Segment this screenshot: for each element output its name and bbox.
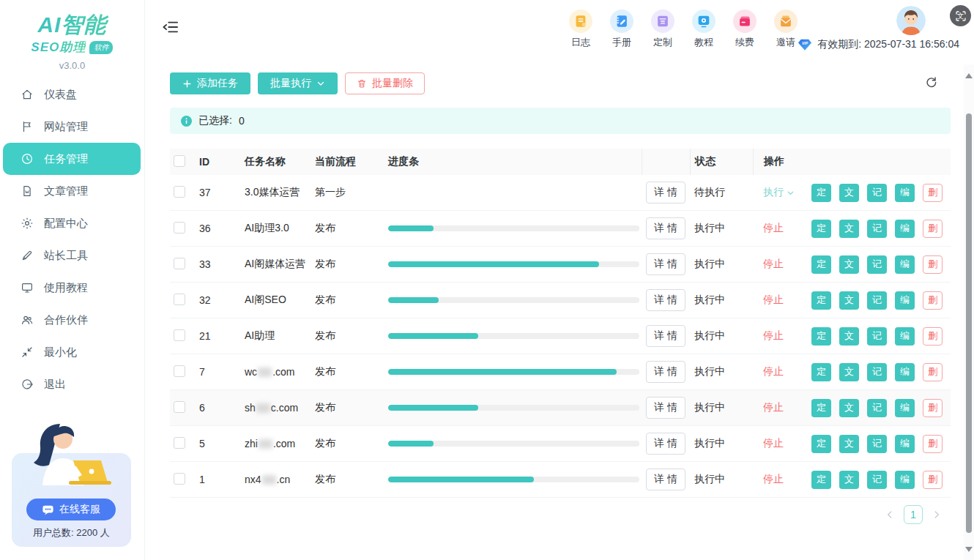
scrollbar-thumb[interactable] xyxy=(966,113,972,533)
select-all-checkbox[interactable] xyxy=(174,155,185,167)
shortcut-renew[interactable]: 续费 xyxy=(732,10,758,49)
stop-link[interactable]: 停止 xyxy=(763,437,801,450)
page-number[interactable]: 1 xyxy=(904,505,923,524)
action-schedule-button[interactable]: 定 xyxy=(811,399,831,417)
batch-delete-button[interactable]: 批量删除 xyxy=(345,72,425,94)
row-checkbox[interactable] xyxy=(174,329,185,341)
action-schedule-button[interactable]: 定 xyxy=(811,184,831,202)
detail-button[interactable]: 详 情 xyxy=(646,397,685,419)
add-task-button[interactable]: 添加任务 xyxy=(170,72,250,94)
collapse-sidebar-icon[interactable] xyxy=(163,20,179,34)
action-edit-button[interactable]: 编 xyxy=(895,255,915,274)
row-checkbox[interactable] xyxy=(174,401,185,413)
sidebar-item-doc[interactable]: 文章管理 xyxy=(0,175,144,207)
sidebar-item-gear[interactable]: 配置中心 xyxy=(0,207,144,239)
action-article-button[interactable]: 文 xyxy=(839,291,859,310)
action-delete-button[interactable]: 删 xyxy=(923,291,943,310)
action-article-button[interactable]: 文 xyxy=(839,471,859,489)
action-edit-button[interactable]: 编 xyxy=(895,220,915,238)
action-article-button[interactable]: 文 xyxy=(839,399,859,417)
action-article-button[interactable]: 文 xyxy=(839,255,859,274)
action-edit-button[interactable]: 编 xyxy=(895,471,915,489)
sidebar-item-logout[interactable]: 退出 xyxy=(0,368,144,400)
action-article-button[interactable]: 文 xyxy=(839,435,859,453)
stop-link[interactable]: 停止 xyxy=(763,294,801,307)
shortcut-manual[interactable]: 手册 xyxy=(609,10,635,49)
action-edit-button[interactable]: 编 xyxy=(895,399,915,417)
detail-button[interactable]: 详 情 xyxy=(646,433,685,455)
action-edit-button[interactable]: 编 xyxy=(895,435,915,453)
row-checkbox[interactable] xyxy=(174,437,185,449)
sidebar-item-tool[interactable]: 站长工具 xyxy=(0,239,144,272)
run-link[interactable]: 执行 xyxy=(763,186,801,199)
action-record-button[interactable]: 记 xyxy=(867,327,887,346)
stop-link[interactable]: 停止 xyxy=(763,222,801,235)
action-delete-button[interactable]: 删 xyxy=(923,399,943,417)
action-record-button[interactable]: 记 xyxy=(867,184,887,202)
detail-button[interactable]: 详 情 xyxy=(646,468,685,490)
stop-link[interactable]: 停止 xyxy=(763,365,801,378)
row-checkbox[interactable] xyxy=(174,294,185,305)
scroll-up-arrow[interactable] xyxy=(965,73,973,79)
row-checkbox[interactable] xyxy=(174,365,185,377)
action-schedule-button[interactable]: 定 xyxy=(811,327,831,346)
action-delete-button[interactable]: 删 xyxy=(923,255,943,274)
stop-link[interactable]: 停止 xyxy=(763,473,801,486)
sidebar-item-monitor[interactable]: 使用教程 xyxy=(0,272,144,304)
row-checkbox[interactable] xyxy=(174,258,185,269)
shortcut-custom[interactable]: 定制 xyxy=(650,10,676,49)
shortcut-course[interactable]: 教程 xyxy=(691,10,717,49)
action-schedule-button[interactable]: 定 xyxy=(811,363,831,381)
action-delete-button[interactable]: 删 xyxy=(923,363,943,381)
detail-button[interactable]: 详 情 xyxy=(646,182,685,204)
action-record-button[interactable]: 记 xyxy=(867,255,887,274)
action-delete-button[interactable]: 删 xyxy=(923,220,943,238)
row-checkbox[interactable] xyxy=(174,186,185,198)
shortcut-invite[interactable]: 邀请 xyxy=(773,10,799,49)
detail-button[interactable]: 详 情 xyxy=(646,253,685,275)
sidebar-item-home[interactable]: 仪表盘 xyxy=(0,78,144,111)
action-record-button[interactable]: 记 xyxy=(867,363,887,381)
action-edit-button[interactable]: 编 xyxy=(895,363,915,381)
action-article-button[interactable]: 文 xyxy=(839,363,859,381)
action-record-button[interactable]: 记 xyxy=(867,291,887,310)
action-edit-button[interactable]: 编 xyxy=(895,291,915,310)
action-schedule-button[interactable]: 定 xyxy=(811,220,831,238)
refresh-icon[interactable] xyxy=(924,75,939,90)
action-schedule-button[interactable]: 定 xyxy=(811,471,831,489)
detail-button[interactable]: 详 情 xyxy=(646,325,685,347)
detail-button[interactable]: 详 情 xyxy=(646,289,685,311)
sidebar-item-minimize[interactable]: 最小化 xyxy=(0,336,144,368)
action-article-button[interactable]: 文 xyxy=(839,184,859,202)
prev-page-icon[interactable] xyxy=(885,509,895,520)
stop-link[interactable]: 停止 xyxy=(763,329,801,343)
action-record-button[interactable]: 记 xyxy=(867,435,887,453)
stop-link[interactable]: 停止 xyxy=(763,401,801,414)
action-delete-button[interactable]: 删 xyxy=(923,471,943,489)
sidebar-item-flag[interactable]: 网站管理 xyxy=(0,111,144,143)
action-record-button[interactable]: 记 xyxy=(867,471,887,489)
action-edit-button[interactable]: 编 xyxy=(895,184,915,202)
action-delete-button[interactable]: 删 xyxy=(923,327,943,346)
shortcut-log[interactable]: 日志 xyxy=(568,10,594,49)
row-checkbox[interactable] xyxy=(174,222,185,234)
translate-icon[interactable]: 文 xyxy=(950,5,971,26)
action-delete-button[interactable]: 删 xyxy=(923,435,943,453)
detail-button[interactable]: 详 情 xyxy=(646,217,685,239)
user-avatar[interactable] xyxy=(896,6,926,35)
action-record-button[interactable]: 记 xyxy=(867,220,887,238)
action-delete-button[interactable]: 删 xyxy=(923,184,943,202)
batch-run-button[interactable]: 批量执行 xyxy=(258,72,338,94)
sidebar-item-clock[interactable]: 任务管理 xyxy=(3,143,141,175)
sidebar-item-people[interactable]: 合作伙伴 xyxy=(0,304,144,336)
row-checkbox[interactable] xyxy=(174,473,185,485)
action-edit-button[interactable]: 编 xyxy=(895,327,915,346)
action-schedule-button[interactable]: 定 xyxy=(811,291,831,310)
next-page-icon[interactable] xyxy=(932,509,942,520)
action-record-button[interactable]: 记 xyxy=(867,399,887,417)
detail-button[interactable]: 详 情 xyxy=(646,361,685,383)
action-article-button[interactable]: 文 xyxy=(839,327,859,346)
stop-link[interactable]: 停止 xyxy=(763,258,801,271)
online-support-button[interactable]: 在线客服 xyxy=(26,499,116,520)
action-schedule-button[interactable]: 定 xyxy=(811,435,831,453)
